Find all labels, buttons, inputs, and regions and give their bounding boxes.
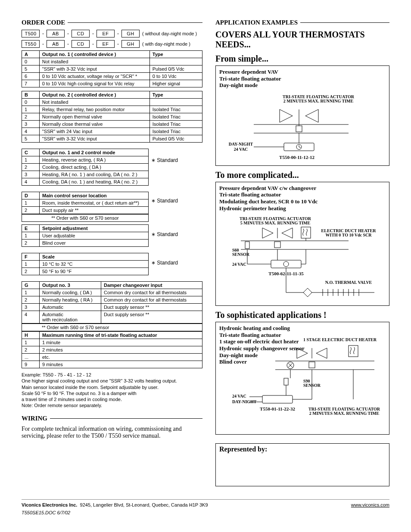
table-row: 2Cooling, direct acting, ( DA ) xyxy=(22,164,149,171)
table-row: 5"SSR" with 3-32 Vdc inputPulsed 0/5 Vdc xyxy=(22,135,202,143)
table-row: 4Automatic with recirculationDuct supply… xyxy=(22,311,202,324)
table-e: ESetpoint adjustment 1User adjustable 2B… xyxy=(22,224,149,247)
oc-note: ( with day-night mode ) xyxy=(142,41,190,47)
complicated-title: To more complicated... xyxy=(215,170,389,180)
svg-point-29 xyxy=(283,261,289,267)
svg-rect-63 xyxy=(284,378,288,385)
table-d: DMain control sensor location 1Room, ins… xyxy=(22,192,149,214)
oc-note: ( without day-night mode ) xyxy=(142,31,197,36)
svg-text:T550-00-11-12-12: T550-00-11-12-12 xyxy=(279,155,314,160)
table-row: 70 to 10 Vdc high cooling signal for Vdc… xyxy=(22,80,202,87)
table-row: 2Blind cover xyxy=(22,240,149,247)
simple-title: From simple... xyxy=(215,54,389,64)
standard-note: ∗ Standard xyxy=(151,146,186,163)
svg-marker-20 xyxy=(262,228,273,238)
svg-rect-67 xyxy=(262,395,293,403)
table-row: 1Relay, thermal relay, two position moto… xyxy=(22,106,202,113)
table-g-note: ** Order with S60 or S70 sensor xyxy=(22,324,202,331)
table-f: FScale 110 °C to 32 °C 250 °F to 90 °F xyxy=(22,253,149,275)
simple-appbox: Pressure dependent VAV Tri-state floatin… xyxy=(215,65,389,166)
table-row: 22 minutes xyxy=(22,346,202,354)
oc-box: EF xyxy=(97,30,115,37)
svg-text:TRI-STATE FLOATING ACTUATOR5 M: TRI-STATE FLOATING ACTUATOR5 MINUTES MAX… xyxy=(240,216,311,225)
standard-note: ∗ Standard xyxy=(151,222,186,237)
svg-text:24 VAC: 24 VAC xyxy=(232,394,246,398)
svg-rect-53 xyxy=(349,345,358,357)
svg-rect-6 xyxy=(296,126,302,132)
table-c: COutput no. 1 and 2 control mode 1Heatin… xyxy=(22,149,149,186)
table-row: 11 minute xyxy=(22,339,202,346)
svg-text:24 VAC: 24 VAC xyxy=(232,262,246,267)
svg-rect-19 xyxy=(301,227,311,238)
standard-note: ∗ Standard xyxy=(151,189,186,204)
table-g: GOutput no. 3Damper changeover input 1No… xyxy=(22,281,202,324)
application-examples-heading: APPLICATION EXAMPLES xyxy=(215,19,389,26)
page-footer: Viconics Electronics Inc. 9245, Langelie… xyxy=(22,499,389,515)
sophisticated-appbox: Hydronic heating and cooling Tri-state f… xyxy=(215,322,389,435)
svg-text:ELECTRIC DUCT HEATERWITH 0 TO : ELECTRIC DUCT HEATERWITH 0 TO 10 Vdc SCR xyxy=(321,228,377,237)
svg-text:TRI-STATE FLOATING ACTUATOR2 M: TRI-STATE FLOATING ACTUATOR2 MINUTES MAX… xyxy=(308,407,380,416)
complicated-diagram: TRI-STATE FLOATING ACTUATOR5 MINUTES MAX… xyxy=(219,215,386,301)
svg-text:T550-01-11-22-32: T550-01-11-22-32 xyxy=(260,406,295,411)
svg-marker-1 xyxy=(280,109,293,122)
svg-text:S60SENSOR: S60SENSOR xyxy=(232,248,250,257)
svg-marker-21 xyxy=(282,228,293,238)
table-row: 2Duct supply air ** xyxy=(22,207,149,214)
table-row: 5"SSR" with 3-32 Vdc inputPulsed 0/5 Vdc xyxy=(22,65,202,73)
table-row: 1Normally cooling, ( DA )Common dry cont… xyxy=(22,289,202,296)
table-row: 1Room, inside thermostat, or ( duct retu… xyxy=(22,199,149,207)
table-b: BOutput no. 2 ( controlled device )Type … xyxy=(22,91,202,143)
oc-box: AB xyxy=(47,30,65,37)
svg-marker-55 xyxy=(316,348,327,358)
complicated-appbox: Pressure dependent VAV c/w changeover Tr… xyxy=(215,182,389,306)
footer-company: Viconics Electronics Inc. xyxy=(22,502,77,507)
headline: COVERS ALL YOUR THERMOSTATS NEEDS... xyxy=(215,30,389,50)
oc-box: CD xyxy=(72,40,90,48)
table-row: 3AutomaticDuct supply sensor ** xyxy=(22,304,202,311)
oc-box: CD xyxy=(72,30,90,37)
table-a: AOutput no. 1 ( controlled device )Type … xyxy=(22,50,202,87)
table-row: 2Normally open thermal valveIsolated Tri… xyxy=(22,113,202,121)
svg-text:N.O. THERMAL VALVE: N.O. THERMAL VALVE xyxy=(325,280,372,285)
represented-by-label: Represented by: xyxy=(219,445,267,453)
example-block: Example: T550 - 75 - 41 - 12 - 12 One hi… xyxy=(22,372,202,409)
simple-diagram: TRI-STATE FLOATING ACTUATOR2 MINUTES MAX… xyxy=(219,92,386,161)
table-row: 250 °F to 90 °F xyxy=(22,268,149,275)
svg-text:1 STAGE ELECTRIC DUCT HEATER: 1 STAGE ELECTRIC DUCT HEATER xyxy=(303,337,377,342)
svg-text:TRI-STATE FLOATING ACTUATOR2 M: TRI-STATE FLOATING ACTUATOR2 MINUTES MAX… xyxy=(283,94,355,103)
table-row: 110 °C to 32 °C xyxy=(22,261,149,268)
table-row: 60 to 10 Vdc actuator, voltage relay or … xyxy=(22,73,202,80)
oc-box: GH xyxy=(121,40,140,48)
sophisticated-title: To sophisticated applications ! xyxy=(215,310,389,320)
order-code-heading: ORDER CODE xyxy=(22,19,202,26)
table-row: 3Normally close thermal valveIsolated Tr… xyxy=(22,121,202,128)
table-h: HMaximum running time of tri-state float… xyxy=(22,331,202,368)
wiring-heading: WIRING xyxy=(22,415,202,422)
footer-docid: T550SE15.DOC 6/7/02 xyxy=(22,510,208,515)
table-row: 1User adjustable xyxy=(22,232,149,240)
svg-text:24 VAC: 24 VAC xyxy=(234,147,248,152)
table-row: 3Heating, RA ( no. 1 ) and cooling, DA (… xyxy=(22,171,149,178)
svg-rect-59 xyxy=(309,362,315,368)
table-row: 0Not installed xyxy=(22,99,202,106)
table-row: 99 minutes xyxy=(22,361,202,368)
footer-address: 9245, Langelier Blvd, St-Leonard, Quebec… xyxy=(80,502,208,507)
oc-box: GH xyxy=(121,30,140,37)
svg-rect-25 xyxy=(245,242,249,249)
order-code-heading-text: ORDER CODE xyxy=(22,19,65,26)
svg-marker-40 xyxy=(303,288,312,297)
order-code-row-1: T500- AB- CD- EF- GH ( without day-night… xyxy=(22,30,202,37)
footer-url[interactable]: www.viconics.com xyxy=(351,502,389,507)
table-d-note: ** Order with S60 or S70 sensor xyxy=(22,214,149,222)
table-row: 4"SSR" with 24 Vac inputIsolated Triac xyxy=(22,128,202,135)
table-row: 1Heating, reverse acting, ( RA ) xyxy=(22,156,149,164)
svg-rect-26 xyxy=(274,242,280,248)
svg-text:DAY-NIGHT: DAY-NIGHT xyxy=(229,142,253,146)
oc-box: T550 xyxy=(22,40,40,48)
table-row: 0Not installed xyxy=(22,58,202,65)
table-row: 2Normally heating, ( RA )Common dry cont… xyxy=(22,296,202,304)
table-row: 4Cooling, DA ( no. 1 ) and heating, RA (… xyxy=(22,178,149,186)
oc-box: T500 xyxy=(22,30,40,37)
standard-note: ∗ Standard xyxy=(151,250,186,266)
table-row: ...etc. xyxy=(22,354,202,361)
